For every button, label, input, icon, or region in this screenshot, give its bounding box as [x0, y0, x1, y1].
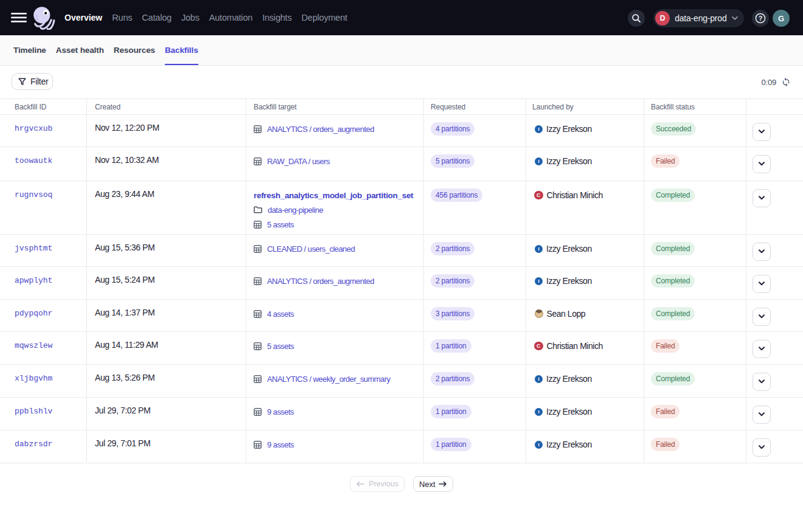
- svg-text:?: ?: [758, 15, 762, 22]
